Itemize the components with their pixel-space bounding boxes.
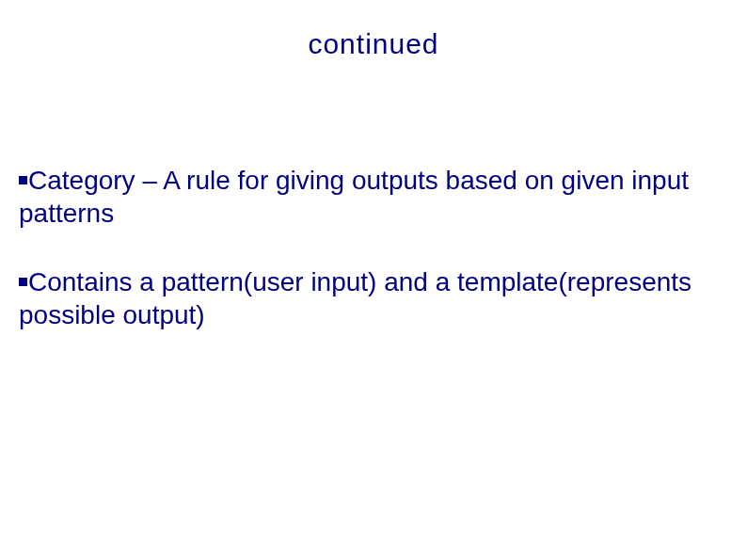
bullet-label: Category – A rule for giving outputs bas… (19, 166, 689, 228)
slide-title: continued (19, 28, 728, 60)
bullet-label: Contains a pattern(user input) and a tem… (19, 267, 691, 329)
bullet-text: Contains a pattern(user input) and a tem… (19, 267, 691, 329)
square-bullet-icon (19, 278, 27, 286)
bullet-text: Category – A rule for giving outputs bas… (19, 166, 689, 228)
square-bullet-icon (19, 176, 27, 184)
slide: continued Category – A rule for giving o… (0, 0, 747, 560)
bullet-item: Contains a pattern(user input) and a tem… (19, 265, 728, 331)
bullet-item: Category – A rule for giving outputs bas… (19, 164, 728, 230)
